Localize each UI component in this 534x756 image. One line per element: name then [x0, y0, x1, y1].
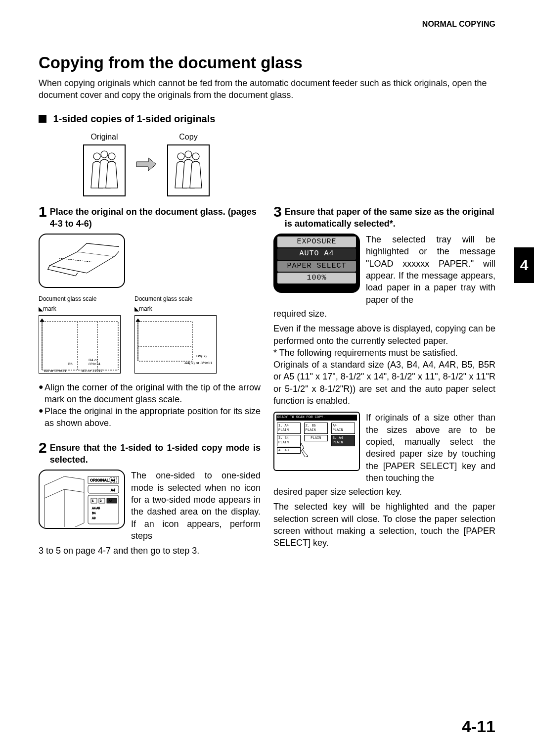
paper-size-option: A4PLAIN: [331, 423, 355, 434]
original-copy-figure: Original Copy: [83, 133, 495, 196]
paper-size-option-selected: 5. A4PLAIN: [331, 435, 355, 446]
copy-illustration: [167, 144, 210, 196]
people-group-icon: [171, 148, 206, 192]
svg-rect-7: [42, 322, 118, 370]
svg-text:B5(R): B5(R): [196, 354, 207, 358]
page-number: 4-11: [462, 717, 495, 736]
svg-text:8½x14: 8½x14: [89, 362, 101, 366]
paper-size-option: 1. A4PLAIN: [277, 423, 301, 434]
panel-status-bar: READY TO SCAN FOR COPY.: [276, 415, 357, 420]
step3-para2: Even if the message above is displayed, …: [273, 323, 495, 347]
svg-point-5: [192, 153, 199, 160]
svg-text:A3 or 11x17: A3 or 11x17: [82, 369, 103, 373]
svg-text:ORIGINAL: ORIGINAL: [90, 478, 109, 482]
mark-label-1: ◣mark: [39, 305, 121, 313]
svg-text:A4: A4: [111, 478, 115, 482]
svg-point-2: [108, 153, 115, 160]
paper-size-option: 2. B5PLAIN: [304, 423, 328, 434]
svg-text:B5: B5: [68, 362, 73, 366]
svg-point-1: [101, 151, 108, 158]
page-header: NORMAL COPYING: [39, 20, 495, 29]
lcd-zoom: 100%: [277, 273, 356, 284]
lcd-panel-illustration: EXPOSURE AUTO A4 PAPER SELECT 100%: [273, 234, 360, 293]
step2-tail: 3 to 5 on page 4-7 and then go to step 3…: [39, 545, 261, 557]
copy-label: Copy: [167, 133, 210, 142]
svg-point-4: [185, 151, 192, 158]
paper-size-option: 3. B4PLAIN: [277, 435, 301, 446]
glass-scale-label-1: Document glass scale: [39, 295, 121, 303]
original-label: Original: [83, 133, 126, 142]
step1-bullets: ●Align the corner of the original with t…: [39, 381, 261, 429]
bullet-dot-icon: ●: [39, 405, 44, 429]
step3-para5: The selected key will be highlighted and…: [273, 501, 495, 549]
svg-text:A3: A3: [92, 517, 96, 520]
svg-text:A4 or 8½x11: A4 or 8½x11: [44, 369, 67, 373]
intro-paragraph: When copying originals which cannot be f…: [39, 77, 495, 101]
svg-rect-16: [138, 322, 192, 361]
step3-tail1: required size.: [273, 308, 495, 320]
glass-scale-diagrams: Document glass scale ◣mark B4 or 8½x14: [39, 295, 261, 373]
svg-point-3: [178, 153, 184, 160]
glass-scale-diagram-1: B4 or 8½x14 B5 A4 or 8½x11 A3 or 11x17: [39, 315, 121, 374]
step1-bullet1: Align the corner of the original with th…: [44, 381, 261, 406]
step3-body2: If originals of a size other than the si…: [366, 412, 495, 484]
step3-tail2: desired paper size selection key.: [273, 486, 495, 498]
lcd-auto-size: AUTO A4: [277, 248, 356, 259]
step1-heading: 1 Place the original on the document gla…: [39, 204, 261, 230]
lcd-paper-select: PAPER SELECT: [277, 261, 356, 272]
step-number: 2: [39, 440, 47, 466]
mark-label-2: ◣mark: [134, 305, 217, 313]
chapter-tab: 4: [514, 247, 534, 283]
original-illustration: [83, 144, 126, 196]
step-number: 3: [273, 204, 282, 230]
paper-size-option: PLAIN: [304, 435, 328, 441]
arrow-right-icon: [135, 157, 157, 172]
step1-bullet2: Place the original in the appropriate po…: [44, 405, 261, 429]
place-original-illustration: [39, 234, 125, 288]
bullet-dot-icon: ●: [39, 381, 44, 406]
svg-point-0: [93, 153, 100, 160]
paper-size-option: 4. A3: [277, 447, 301, 454]
page-title: Copying from the document glass: [39, 53, 495, 72]
subheading-text: 1-sided copies of 1-sided originals: [53, 113, 216, 124]
lcd-exposure: EXPOSURE: [277, 236, 356, 247]
svg-text:B4: B4: [92, 512, 96, 515]
pointer-icon: [300, 443, 311, 457]
step3-para4: Originals of a standard size (A3, B4, A4…: [273, 359, 495, 407]
step3-heading: 3 Ensure that paper of the same size as …: [273, 204, 495, 230]
step3-para3: * The following requirements must be sat…: [273, 347, 495, 359]
people-group-icon: [87, 148, 122, 192]
step3-body1: The selected tray will be highlighted or…: [366, 234, 495, 306]
svg-text:A4  A5: A4 A5: [92, 507, 100, 510]
glass-scale-diagram-2: B5(R) A4(R) or 8½x11: [134, 315, 217, 374]
square-bullet-icon: [39, 115, 46, 123]
step-title: Place the original on the document glass…: [50, 204, 261, 230]
step-title: Ensure that the 1-sided to 1-sided copy …: [50, 440, 261, 466]
copier-display-illustration: ORIGINAL A4 A4 1 2 A4 A4 A5 B4 A3: [39, 470, 125, 529]
svg-text:A4(R) or 8½x11: A4(R) or 8½x11: [184, 361, 213, 365]
paper-select-panel-illustration: READY TO SCAN FOR COPY. 1. A4PLAIN 2. B5…: [273, 412, 360, 471]
step-title: Ensure that paper of the same size as th…: [285, 204, 495, 230]
section-subheading: 1-sided copies of 1-sided originals: [39, 113, 495, 125]
glass-scale-label-2: Document glass scale: [134, 295, 217, 303]
svg-text:A4: A4: [109, 499, 113, 502]
svg-text:A4: A4: [111, 488, 115, 492]
step-number: 1: [39, 204, 47, 230]
step2-body: The one-sided to one-sided mode is selec…: [131, 470, 261, 542]
step2-heading: 2 Ensure that the 1-sided to 1-sided cop…: [39, 440, 261, 466]
scanner-lid-icon: [45, 237, 119, 284]
